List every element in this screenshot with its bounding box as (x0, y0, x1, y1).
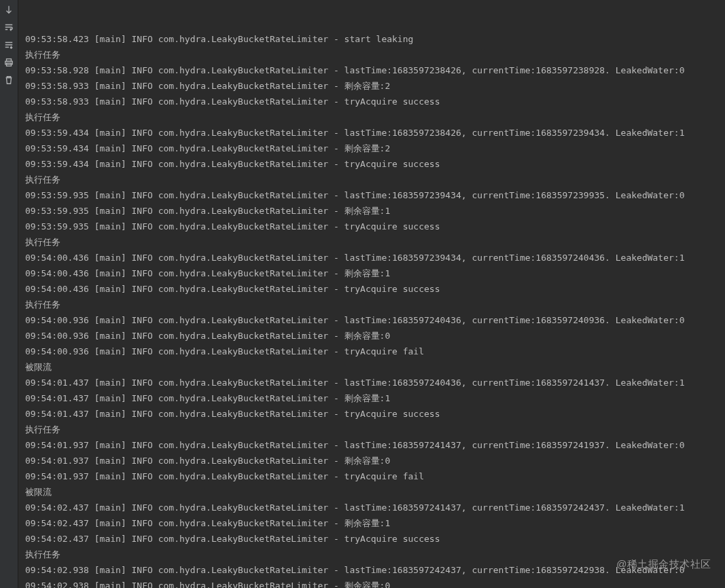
log-line: 09:53:59.935 [main] INFO com.hydra.Leaky… (25, 203, 718, 219)
scroll-to-end-icon[interactable] (2, 38, 16, 52)
console-gutter (0, 0, 18, 588)
log-line: 09:54:00.436 [main] INFO com.hydra.Leaky… (25, 265, 718, 281)
log-line: 执行任务 (25, 422, 718, 437)
log-line: 09:54:02.437 [main] INFO com.hydra.Leaky… (25, 515, 718, 531)
log-line: 被限流 (25, 484, 718, 500)
log-line: 09:53:59.935 [main] INFO com.hydra.Leaky… (25, 187, 718, 203)
log-line: 09:54:02.437 [main] INFO com.hydra.Leaky… (25, 531, 718, 547)
log-line: 09:54:00.936 [main] INFO com.hydra.Leaky… (25, 344, 718, 359)
log-line: 09:54:01.937 [main] INFO com.hydra.Leaky… (25, 437, 718, 453)
log-line: 09:53:59.434 [main] INFO com.hydra.Leaky… (25, 125, 718, 141)
log-line: 执行任务 (25, 172, 718, 187)
log-line: 09:53:59.935 [main] INFO com.hydra.Leaky… (25, 219, 718, 234)
log-line: 09:54:01.437 [main] INFO com.hydra.Leaky… (25, 406, 718, 422)
log-line: 被限流 (25, 359, 718, 375)
log-line: 09:54:01.937 [main] INFO com.hydra.Leaky… (25, 453, 718, 468)
log-line: 执行任务 (25, 234, 718, 250)
log-line: 09:53:58.423 [main] INFO com.hydra.Leaky… (25, 31, 718, 47)
log-line: 09:54:02.437 [main] INFO com.hydra.Leaky… (25, 500, 718, 515)
log-line: 09:54:01.437 [main] INFO com.hydra.Leaky… (25, 390, 718, 406)
log-line: 执行任务 (25, 47, 718, 62)
log-line: 09:53:59.434 [main] INFO com.hydra.Leaky… (25, 141, 718, 156)
soft-wrap-icon[interactable] (2, 20, 16, 34)
log-line: 执行任务 (25, 297, 718, 312)
log-line: 09:53:59.434 [main] INFO com.hydra.Leaky… (25, 156, 718, 172)
log-line: 09:54:01.437 [main] INFO com.hydra.Leaky… (25, 375, 718, 390)
log-line: 09:53:58.933 [main] INFO com.hydra.Leaky… (25, 94, 718, 109)
log-line: 09:54:00.936 [main] INFO com.hydra.Leaky… (25, 312, 718, 328)
console-output[interactable]: 09:53:58.423 [main] INFO com.hydra.Leaky… (18, 0, 725, 588)
clear-icon[interactable] (2, 73, 16, 87)
log-line: 执行任务 (25, 109, 718, 125)
scroll-down-icon[interactable] (2, 3, 16, 16)
log-line: 09:54:02.938 [main] INFO com.hydra.Leaky… (25, 562, 718, 578)
log-line: 09:54:00.936 [main] INFO com.hydra.Leaky… (25, 328, 718, 344)
watermark-label: @稀土掘金技术社区 (616, 556, 711, 572)
log-line: 执行任务 (25, 547, 718, 562)
log-line: 09:54:00.436 [main] INFO com.hydra.Leaky… (25, 250, 718, 265)
log-line: 09:54:02.938 [main] INFO com.hydra.Leaky… (25, 578, 718, 588)
log-line: 09:54:00.436 [main] INFO com.hydra.Leaky… (25, 281, 718, 297)
log-lines-container: 09:53:58.423 [main] INFO com.hydra.Leaky… (25, 31, 718, 588)
log-line: 09:54:01.937 [main] INFO com.hydra.Leaky… (25, 468, 718, 484)
log-line: 09:53:58.928 [main] INFO com.hydra.Leaky… (25, 62, 718, 78)
log-line: 09:53:58.933 [main] INFO com.hydra.Leaky… (25, 78, 718, 94)
print-icon[interactable] (2, 56, 16, 69)
